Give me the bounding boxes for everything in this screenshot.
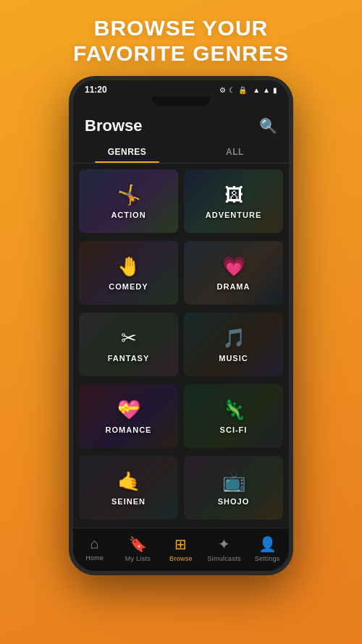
genre-label-action: ACTION xyxy=(111,211,146,219)
nav-item-home[interactable]: ⌂Home xyxy=(73,533,117,565)
genre-icon-drama: 💗 xyxy=(222,255,245,278)
phone-frame: 11:20 ⚙ ☾ 🔒 ▲ ▲ ▮ Browse 🔍 GENRES ALL 🤸A… xyxy=(69,76,293,575)
lock-status-icon: 🔒 xyxy=(238,86,247,94)
search-icon[interactable]: 🔍 xyxy=(259,117,277,135)
signal-icon: ▲ xyxy=(263,86,270,94)
tabs-bar: GENRES ALL xyxy=(73,140,289,164)
genre-icon-action: 🤸 xyxy=(117,184,140,206)
genre-icon-music: 🎵 xyxy=(222,327,245,349)
status-time: 11:20 xyxy=(85,85,107,95)
genre-label-shojo: SHOJO xyxy=(218,497,250,506)
nav-label-my-lists: My Lists xyxy=(125,555,151,562)
genre-card-shojo[interactable]: 📺SHOJO xyxy=(184,456,283,520)
app-bar-title: Browse xyxy=(85,116,142,135)
tab-genres[interactable]: GENRES xyxy=(73,140,181,163)
nav-label-browse: Browse xyxy=(169,555,193,562)
nav-label-settings: Settings xyxy=(255,555,280,562)
nav-item-simulcasts[interactable]: ✦Simulcasts xyxy=(203,533,246,565)
header-line1: BROWSE YOUR FAVORITE GENRES xyxy=(73,16,289,66)
nav-icon-settings: 👤 xyxy=(258,535,277,553)
status-icons-group: ⚙ ☾ 🔒 ▲ ▲ ▮ xyxy=(219,86,277,94)
genre-card-fantasy[interactable]: ✂FANTASY xyxy=(79,313,178,376)
genre-card-scifi[interactable]: 🦎SCI-FI xyxy=(184,384,283,448)
nav-item-my-lists[interactable]: 🔖My Lists xyxy=(117,533,160,565)
genre-label-fantasy: FANTASY xyxy=(108,354,150,363)
genre-icon-shojo: 📺 xyxy=(222,470,245,493)
battery-icon: ▮ xyxy=(273,86,277,94)
nav-icon-my-lists: 🔖 xyxy=(129,535,147,553)
page-header: BROWSE YOUR FAVORITE GENRES xyxy=(51,0,311,76)
nav-icon-simulcasts: ✦ xyxy=(218,535,230,553)
genre-icon-seinen: 🤙 xyxy=(117,470,140,493)
genre-card-action[interactable]: 🤸ACTION xyxy=(79,169,178,233)
genre-card-comedy[interactable]: 🤚COMEDY xyxy=(79,241,178,305)
wifi-icon: ▲ xyxy=(253,86,260,94)
genre-grid: 🤸ACTION🖼ADVENTURE🤚COMEDY💗DRAMA✂FANTASY🎵M… xyxy=(73,164,289,528)
nav-item-settings[interactable]: 👤Settings xyxy=(245,533,289,565)
genre-label-music: MUSIC xyxy=(219,354,248,363)
moon-status-icon: ☾ xyxy=(229,86,235,94)
genre-card-romance[interactable]: 💝ROMANCE xyxy=(79,384,178,448)
tab-all[interactable]: ALL xyxy=(181,140,289,163)
bottom-nav: ⌂Home🔖My Lists⊞Browse✦Simulcasts👤Setting… xyxy=(73,528,289,571)
genre-label-adventure: ADVENTURE xyxy=(206,211,261,219)
genre-label-romance: ROMANCE xyxy=(106,425,152,434)
genre-card-music[interactable]: 🎵MUSIC xyxy=(184,313,283,376)
genre-label-comedy: COMEDY xyxy=(109,282,148,291)
nav-icon-browse: ⊞ xyxy=(174,535,187,553)
genre-label-drama: DRAMA xyxy=(217,282,251,291)
notch-area xyxy=(73,96,289,109)
genre-icon-comedy: 🤚 xyxy=(117,255,140,278)
nav-label-home: Home xyxy=(85,554,104,562)
genre-icon-romance: 💝 xyxy=(117,399,140,421)
genre-label-seinen: SEINEN xyxy=(111,497,146,506)
settings-status-icon: ⚙ xyxy=(219,86,226,94)
genre-card-drama[interactable]: 💗DRAMA xyxy=(184,241,283,305)
app-bar: Browse 🔍 xyxy=(73,109,289,140)
genre-card-seinen[interactable]: 🤙SEINEN xyxy=(79,456,178,520)
nav-item-browse[interactable]: ⊞Browse xyxy=(159,533,203,565)
genre-label-scifi: SCI-FI xyxy=(220,425,248,434)
nav-label-simulcasts: Simulcasts xyxy=(207,555,241,562)
nav-icon-home: ⌂ xyxy=(90,535,99,552)
genre-card-adventure[interactable]: 🖼ADVENTURE xyxy=(184,169,283,233)
genre-icon-fantasy: ✂ xyxy=(121,327,137,349)
notch xyxy=(152,96,210,106)
status-bar: 11:20 ⚙ ☾ 🔒 ▲ ▲ ▮ xyxy=(73,80,289,96)
genre-icon-scifi: 🦎 xyxy=(222,399,245,421)
genre-icon-adventure: 🖼 xyxy=(224,184,243,206)
